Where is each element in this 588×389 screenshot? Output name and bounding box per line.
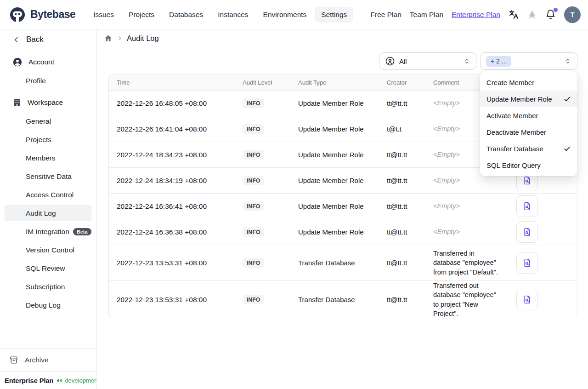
menu-item-sql-editor-query[interactable]: SQL Editor Query	[480, 157, 577, 173]
view-payload-button[interactable]	[516, 195, 538, 217]
audit-level-badge: INFO	[243, 124, 264, 134]
settings-sidebar: Back Account Profile	[0, 29, 96, 389]
audit-type: Update Member Role	[290, 125, 379, 133]
audit-type: Transfer Database	[290, 259, 379, 267]
menu-item-deactivate-member[interactable]: Deactivate Member	[480, 124, 577, 140]
sidebar-item-audit-log[interactable]: Audit Log	[5, 205, 91, 221]
environment-name: development	[65, 377, 99, 384]
sidebar-section-workspace[interactable]: Workspace	[0, 93, 96, 112]
menu-item-transfer-database[interactable]: Transfer Database	[480, 140, 577, 157]
chevron-right-icon	[117, 35, 123, 41]
sidebar-item-subscription[interactable]: Subscription	[0, 278, 96, 296]
audit-creator: tt@tt.tt	[379, 202, 425, 210]
sidebar-item-sql-review[interactable]: SQL Review	[0, 259, 96, 278]
bug-icon[interactable]	[527, 10, 537, 19]
person-circle-icon	[12, 57, 23, 67]
sidebar-item-debug-log[interactable]: Debug Log	[0, 296, 96, 315]
nav-issues[interactable]: Issues	[87, 7, 120, 23]
sidebar-item-profile[interactable]: Profile	[0, 72, 96, 90]
sidebar-item-access-control[interactable]: Access Control	[0, 186, 96, 204]
creator-filter-value: All	[399, 57, 407, 65]
beta-badge: Beta	[73, 228, 91, 235]
menu-item-label: Create Member	[486, 79, 534, 86]
view-payload-button[interactable]	[516, 252, 538, 274]
menu-item-label: Transfer Database	[486, 145, 543, 153]
table-row: 2022-12-23 13:53:31 +08:00 INFO Transfer…	[109, 245, 577, 281]
sidebar-item-archive[interactable]: Archive	[0, 348, 96, 372]
audit-time: 2022-12-23 13:53:31 +08:00	[109, 296, 235, 304]
back-label: Back	[26, 35, 44, 44]
archive-box-icon	[9, 355, 18, 365]
topnav-right: Free Plan Team Plan Enterprise Plan	[371, 6, 581, 23]
main-nav-links: Issues Projects Databases Instances Envi…	[87, 7, 353, 23]
audit-creator: tt@tt.tt	[379, 99, 425, 107]
audit-type-filter-select[interactable]: + 2 ...	[480, 52, 577, 70]
environment-indicator[interactable]: development	[56, 377, 99, 384]
nav-environments[interactable]: Environments	[257, 7, 313, 23]
audit-type: Update Member Role	[290, 151, 379, 159]
audit-creator: t@t.t	[379, 125, 425, 133]
audit-log-page: Audit Log All + 2 ...	[96, 29, 588, 389]
audit-creator: tt@tt.tt	[379, 296, 425, 303]
menu-item-label: Activate Member	[486, 112, 538, 120]
view-payload-button[interactable]	[516, 221, 538, 243]
sidebar-item-version-control[interactable]: Version Control	[0, 241, 96, 259]
menu-item-activate-member[interactable]: Activate Member	[480, 107, 577, 124]
archive-label: Archive	[25, 356, 49, 364]
person-circle-icon	[385, 56, 395, 66]
notification-dot	[554, 8, 558, 12]
free-plan-link[interactable]: Free Plan	[371, 11, 401, 19]
menu-item-create-member[interactable]: Create Member	[480, 74, 577, 91]
audit-creator: tt@tt.tt	[379, 228, 425, 236]
sidebar-section-account[interactable]: Account	[0, 52, 96, 72]
audit-type: Update Member Role	[290, 202, 379, 210]
audit-comment: <Empty>	[425, 227, 503, 236]
avatar[interactable]: T	[564, 6, 581, 23]
bytebase-logo[interactable]: Bytebase	[8, 6, 75, 24]
audit-level-badge: INFO	[243, 258, 264, 268]
enterprise-plan-link[interactable]: Enterprise Plan	[452, 11, 500, 19]
menu-item-label: Update Member Role	[486, 95, 552, 103]
current-plan-label: Enterprise Plan	[5, 377, 53, 384]
team-plan-link[interactable]: Team Plan	[410, 11, 443, 19]
chevron-left-icon	[12, 36, 20, 44]
menu-item-update-member-role[interactable]: Update Member Role	[480, 91, 577, 107]
creator-filter-select[interactable]: All	[379, 52, 476, 70]
col-time: Time	[109, 79, 235, 86]
audit-type-dropdown-menu: Create Member Update Member Role Activat…	[480, 71, 577, 176]
audit-type: Transfer Database	[290, 296, 379, 303]
home-icon[interactable]	[104, 34, 113, 43]
audit-time: 2022-12-24 18:34:19 +08:00	[109, 177, 235, 185]
chevron-updown-icon	[463, 57, 470, 65]
col-creator: Creator	[379, 79, 425, 86]
table-row: 2022-12-23 13:53:31 +08:00 INFO Transfer…	[109, 281, 577, 317]
audit-time: 2022-12-24 18:34:23 +08:00	[109, 151, 235, 159]
payload-document-icon	[522, 176, 532, 185]
col-audit-level: Audit Level	[235, 79, 290, 86]
audit-comment: Transferred out database "employee" to p…	[425, 281, 503, 317]
building-icon	[12, 98, 22, 107]
audit-creator: tt@tt.tt	[379, 151, 425, 159]
view-payload-button[interactable]	[516, 289, 538, 310]
nav-instances[interactable]: Instances	[212, 7, 254, 23]
bytebase-logo-icon	[8, 6, 27, 24]
audit-type: Update Member Role	[290, 228, 379, 236]
translate-icon[interactable]	[509, 9, 519, 20]
nav-projects[interactable]: Projects	[123, 7, 160, 23]
nav-settings[interactable]: Settings	[315, 7, 353, 23]
sidebar-item-members[interactable]: Members	[0, 149, 96, 167]
audit-creator: tt@tt.tt	[379, 259, 425, 267]
sidebar-item-general[interactable]: General	[0, 112, 96, 131]
speaker-icon	[56, 377, 63, 384]
sidebar-item-projects[interactable]: Projects	[0, 131, 96, 149]
back-button[interactable]: Back	[0, 29, 96, 50]
table-row: 2022-12-24 16:36:41 +08:00 INFO Update M…	[109, 194, 577, 219]
nav-databases[interactable]: Databases	[163, 7, 209, 23]
sidebar-item-sensitive-data[interactable]: Sensitive Data	[0, 167, 96, 186]
bell-icon[interactable]	[545, 9, 556, 20]
audit-time: 2022-12-23 13:53:31 +08:00	[109, 259, 235, 267]
sidebar-item-im-integration[interactable]: IM Integration Beta	[0, 223, 96, 241]
breadcrumb-current: Audit Log	[127, 34, 159, 43]
breadcrumb: Audit Log	[104, 34, 159, 43]
audit-type-selected-pill: + 2 ...	[486, 56, 511, 67]
